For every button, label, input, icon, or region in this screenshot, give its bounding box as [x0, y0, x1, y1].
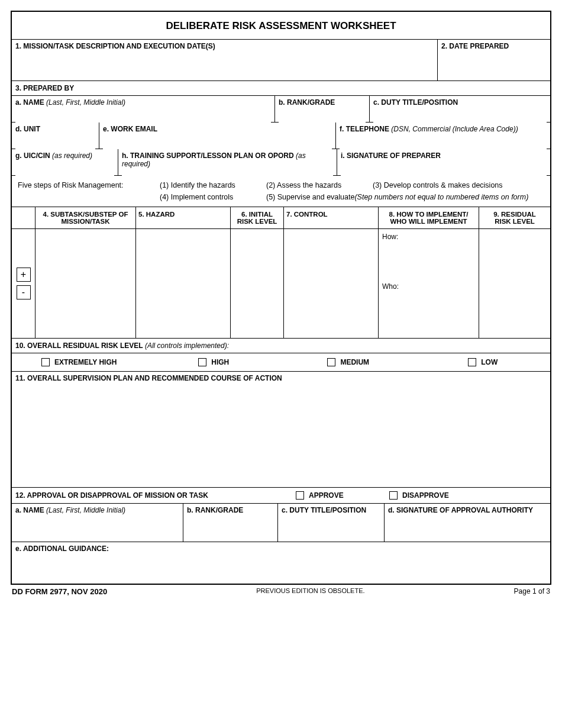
residual-risk-input[interactable]	[483, 233, 547, 334]
telephone-input[interactable]	[340, 133, 547, 151]
step-1: (1) Identify the hazards	[160, 181, 266, 189]
field-11-label: 11. OVERALL SUPERVISION PLAN AND RECOMME…	[15, 374, 282, 382]
col-4-label-a: 4. SUBTASK/SUBSTEP OF	[43, 211, 128, 218]
checkbox-disapprove[interactable]	[389, 491, 398, 500]
field-3g-label: g. UIC/CIN	[15, 152, 50, 160]
col-6-label-a: 6. INITIAL	[241, 211, 273, 218]
field-3a-label: a. NAME	[15, 98, 44, 107]
step-5-label: (5) Supervise and evaluate	[266, 193, 354, 201]
page-number: Page 1 of 3	[514, 587, 550, 596]
checkbox-approve[interactable]	[296, 491, 304, 500]
hazard-table-row: + - How: Who:	[12, 229, 550, 339]
field-3i-label: i. SIGNATURE OF PREPARER	[341, 152, 441, 160]
col-9-label-b: RISK LEVEL	[495, 218, 535, 225]
col-8-label-b: WHO WILL IMPLEMENT	[390, 218, 467, 225]
how-label: How:	[382, 233, 475, 241]
section-10-header: 10. OVERALL RESIDUAL RISK LEVEL (All con…	[12, 339, 550, 353]
subtask-input[interactable]	[39, 233, 132, 334]
approval-duty-input[interactable]	[282, 514, 380, 532]
hazard-input[interactable]	[140, 233, 227, 334]
approval-rank-input[interactable]	[187, 514, 274, 532]
step-4: (4) Implement controls	[160, 193, 266, 201]
control-input[interactable]	[288, 233, 374, 334]
field-3b-label: b. RANK/GRADE	[279, 98, 335, 107]
step-3: (3) Develop controls & makes decisions	[373, 181, 503, 189]
work-email-input[interactable]	[103, 133, 332, 151]
field-3h-label: h. TRAINING SUPPORT/LESSON PLAN OR OPORD	[122, 152, 294, 160]
field-3c-label: c. DUTY TITLE/POSITION	[373, 98, 458, 107]
risk-l-label: LOW	[481, 358, 498, 366]
checkbox-medium[interactable]	[327, 358, 335, 366]
initial-risk-input[interactable]	[234, 233, 280, 334]
risk-level-options: EXTREMELY HIGH HIGH MEDIUM LOW	[12, 353, 550, 372]
field-3e-label: e. WORK EMAIL	[103, 125, 157, 133]
risk-m-label: MEDIUM	[340, 358, 369, 366]
field-3d-label: d. UNIT	[15, 125, 40, 133]
form-number: DD FORM 2977, NOV 2020	[12, 587, 107, 596]
col-8-label-a: 8. HOW TO IMPLEMENT/	[389, 211, 469, 218]
field-10-label: 10. OVERALL RESIDUAL RISK LEVEL	[15, 342, 143, 350]
field-12a-label: a. NAME	[15, 506, 44, 514]
checkbox-high[interactable]	[198, 358, 206, 366]
page-footer: DD FORM 2977, NOV 2020 PREVIOUS EDITION …	[11, 585, 551, 596]
remove-row-button[interactable]: -	[17, 285, 31, 299]
field-3f-hint: (DSN, Commercial (Include Area Code))	[389, 125, 518, 133]
mission-task-input[interactable]	[15, 50, 434, 68]
col-7-label: 7. CONTROL	[286, 211, 328, 218]
approve-label: APPROVE	[309, 491, 344, 500]
who-label: Who:	[382, 282, 475, 291]
hazard-table-header: 4. SUBTASK/SUBSTEP OF MISSION/TASK 5. HA…	[12, 207, 550, 229]
uic-cin-input[interactable]	[15, 160, 114, 178]
col-4-label-b: MISSION/TASK	[61, 218, 109, 225]
field-12a-hint: (Last, First, Middle Initial)	[44, 506, 125, 514]
field-12d-label: d. SIGNATURE OF APPROVAL AUTHORITY	[388, 506, 533, 514]
duty-title-input[interactable]	[373, 107, 547, 124]
unit-input[interactable]	[15, 133, 95, 151]
name-input[interactable]	[15, 107, 271, 124]
form-title: DELIBERATE RISK ASSESSMENT WORKSHEET	[12, 12, 550, 40]
signature-preparer-input[interactable]	[341, 160, 547, 178]
step-5-hint: (Step numbers not equal to numbered item…	[354, 193, 528, 201]
col-9-label-a: 9. RESIDUAL	[493, 211, 536, 218]
field-12b-label: b. RANK/GRADE	[187, 506, 243, 514]
field-2-label: 2. DATE PREPARED	[441, 42, 509, 50]
form-container: DELIBERATE RISK ASSESSMENT WORKSHEET 1. …	[11, 11, 551, 585]
field-3a-hint: (Last, First, Middle Initial)	[44, 98, 125, 107]
section-3-header: 3. PREPARED BY	[12, 81, 550, 96]
date-prepared-input[interactable]	[441, 50, 547, 68]
approval-signature-input[interactable]	[388, 514, 547, 532]
field-12c-label: c. DUTY TITLE/POSITION	[282, 506, 366, 514]
field-3f-label: f. TELEPHONE	[340, 125, 389, 133]
checkbox-extremely-high[interactable]	[41, 358, 50, 366]
risk-eh-label: EXTREMELY HIGH	[54, 358, 117, 366]
field-12e-label: e. ADDITIONAL GUIDANCE:	[15, 545, 109, 553]
field-12-label: 12. APPROVAL OR DISAPPROVAL OF MISSION O…	[12, 488, 296, 503]
add-row-button[interactable]: +	[17, 268, 31, 282]
disapprove-label: DISAPPROVE	[402, 491, 449, 500]
step-2: (2) Assess the hazards	[266, 181, 373, 189]
steps-intro: Five steps of Risk Management:	[18, 181, 160, 189]
checkbox-low[interactable]	[468, 358, 476, 366]
field-1-label: 1. MISSION/TASK DESCRIPTION AND EXECUTIO…	[15, 42, 215, 50]
obsolete-note: PREVIOUS EDITION IS OBSOLETE.	[256, 587, 364, 596]
col-5-label: 5. HAZARD	[138, 211, 175, 218]
rank-grade-input[interactable]	[279, 107, 366, 124]
risk-h-label: HIGH	[211, 358, 229, 366]
additional-guidance-input[interactable]	[15, 553, 547, 576]
col-6-label-b: RISK LEVEL	[237, 218, 277, 225]
section-12-header: 12. APPROVAL OR DISAPPROVAL OF MISSION O…	[12, 488, 550, 504]
field-3g-hint: (as required)	[50, 152, 92, 160]
field-10-hint: (All controls implemented):	[143, 342, 229, 350]
field-3-label: 3. PREPARED BY	[15, 84, 74, 92]
supervision-plan-input[interactable]	[12, 385, 550, 485]
approval-name-input[interactable]	[15, 514, 179, 532]
